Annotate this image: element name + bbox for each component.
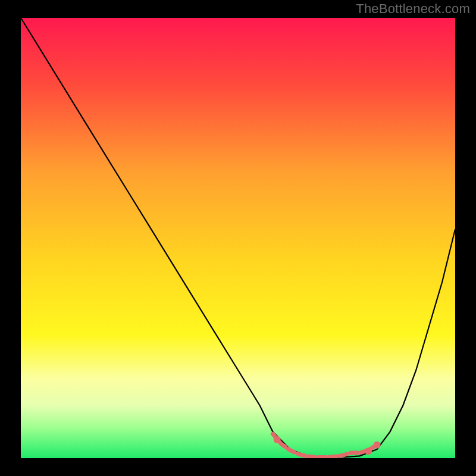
- highlight-marker: [274, 436, 281, 443]
- chart-frame: TheBottleneck.com: [0, 0, 476, 476]
- highlight-marker: [365, 447, 372, 455]
- highlight-marker: [374, 441, 381, 449]
- watermark-text: TheBottleneck.com: [356, 1, 470, 17]
- bottleneck-chart: [21, 18, 455, 458]
- gradient-background: [21, 18, 455, 458]
